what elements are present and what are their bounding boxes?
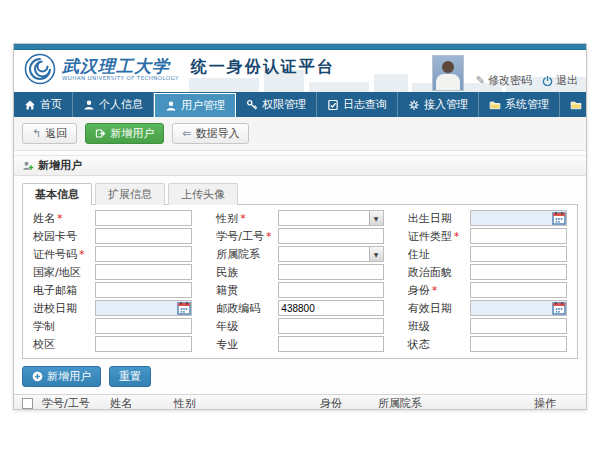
app-window: 武汉理工大学 WUHAN UNIVERSITY OF TECHNOLOGY 统一…	[13, 43, 587, 410]
tab-upload-avatar[interactable]: 上传头像	[168, 183, 238, 205]
nav-item-user-mgmt[interactable]: 用户管理	[154, 93, 236, 117]
field-label: 所属院系	[216, 247, 278, 262]
nav-item-subscribe-mgmt[interactable]: 订阅管理	[560, 92, 587, 117]
postal-code-field[interactable]	[278, 300, 383, 316]
chevron-down-icon[interactable]: ▼	[369, 211, 383, 225]
back-button[interactable]: ↰ 返回	[22, 123, 77, 144]
avatar[interactable]	[432, 55, 464, 91]
nav-item-access-mgmt[interactable]: 接入管理	[398, 92, 479, 117]
field-label: 班级	[408, 319, 470, 334]
tab-extended-info[interactable]: 扩展信息	[95, 183, 165, 205]
form-field-student-id: 学号/工号*	[216, 228, 383, 244]
grade-field[interactable]	[278, 318, 383, 334]
form-field-major: 专业	[216, 336, 383, 352]
id-number-field[interactable]	[95, 246, 192, 262]
class-field[interactable]	[470, 318, 567, 334]
field-label: 邮政编码	[216, 301, 278, 316]
table-column-header: 学号/工号	[40, 396, 108, 409]
chevron-down-icon[interactable]: ▼	[369, 247, 383, 261]
select-all-checkbox[interactable]	[22, 398, 33, 409]
user-icon	[165, 100, 177, 112]
form-field-name: 姓名*	[33, 210, 192, 226]
major-field[interactable]	[278, 336, 383, 352]
field-label: 国家/地区	[33, 265, 95, 280]
table-column-header: 操作	[532, 396, 586, 409]
nav-item-label: 个人信息	[99, 97, 143, 112]
add-user-submit-button[interactable]: 新增用户	[22, 366, 101, 387]
user-table-header: 学号/工号姓名性别身份所属院系操作	[14, 394, 586, 409]
nav-item-log-query[interactable]: 日志查询	[317, 92, 398, 117]
toolbar: ↰ 返回 新增用户 ⇐ 数据导入	[14, 117, 586, 151]
identity-field[interactable]	[470, 282, 567, 298]
nav-item-label: 用户管理	[181, 98, 225, 113]
calendar-icon[interactable]	[552, 301, 566, 315]
country-field[interactable]	[95, 264, 192, 280]
nav-item-home[interactable]: 首页	[14, 92, 73, 117]
nav-item-label: 接入管理	[424, 97, 468, 112]
form-field-identity: 身份*	[408, 282, 567, 298]
required-asterisk: *	[266, 230, 272, 243]
avatar-shirt	[436, 74, 460, 90]
field-label: 姓名*	[33, 211, 95, 226]
form-field-class: 班级	[408, 318, 567, 334]
calendar-icon[interactable]	[177, 301, 191, 315]
field-label: 住址	[408, 247, 470, 262]
nav-item-label: 日志查询	[343, 97, 387, 112]
tab-bar: 基本信息扩展信息上传头像	[14, 176, 586, 204]
address-field[interactable]	[470, 246, 567, 262]
native-place-field[interactable]	[278, 282, 383, 298]
form-field-status: 状态	[408, 336, 567, 352]
user-add-small-icon	[22, 160, 34, 172]
back-arrow-icon: ↰	[32, 127, 41, 140]
user-area: ✎ 修改密码 退出	[432, 55, 578, 91]
status-field[interactable]	[470, 336, 567, 352]
logout-link[interactable]: 退出	[542, 73, 578, 88]
plus-circle-icon	[32, 371, 43, 382]
field-label: 学制	[33, 319, 95, 334]
student-id-field[interactable]	[278, 228, 383, 244]
field-label: 证件类型*	[408, 229, 470, 244]
data-import-button[interactable]: ⇐ 数据导入	[172, 123, 249, 144]
form-field-enroll-date: 进校日期	[33, 300, 192, 316]
campus-card-field[interactable]	[95, 228, 192, 244]
form-field-email: 电子邮箱	[33, 282, 192, 298]
field-label: 有效日期	[408, 301, 470, 316]
change-password-link[interactable]: ✎ 修改密码	[476, 73, 532, 88]
field-label: 电子邮箱	[33, 283, 95, 298]
calendar-icon[interactable]	[552, 211, 566, 225]
nav-item-system-mgmt[interactable]: 系统管理	[479, 92, 560, 117]
university-name-block: 武汉理工大学 WUHAN UNIVERSITY OF TECHNOLOGY	[62, 57, 179, 81]
field-label: 校区	[33, 337, 95, 352]
import-arrow-icon: ⇐	[182, 127, 191, 140]
form-field-birth-date: 出生日期	[408, 210, 567, 226]
power-icon	[542, 75, 553, 86]
page: 武汉理工大学 WUHAN UNIVERSITY OF TECHNOLOGY 统一…	[0, 0, 600, 450]
political-status-field[interactable]	[470, 264, 567, 280]
avatar-head	[442, 61, 454, 73]
ethnicity-field[interactable]	[278, 264, 383, 280]
schooling-length-field[interactable]	[95, 318, 192, 334]
nav-item-label: 系统管理	[505, 97, 549, 112]
email-field[interactable]	[95, 282, 192, 298]
nav-item-perm-mgmt[interactable]: 权限管理	[236, 92, 317, 117]
form-field-department: 所属院系▼	[216, 246, 383, 262]
campus-field[interactable]	[95, 336, 192, 352]
name-field[interactable]	[95, 210, 192, 226]
form-field-postal-code: 邮政编码	[216, 300, 383, 316]
form-field-id-type: 证件类型*	[408, 228, 567, 244]
reset-button[interactable]: 重置	[109, 366, 151, 387]
section-title: 新增用户	[38, 158, 82, 173]
add-user-toolbar-button[interactable]: 新增用户	[85, 123, 164, 144]
field-label: 专业	[216, 337, 278, 352]
field-label: 进校日期	[33, 301, 95, 316]
form-field-grade: 年级	[216, 318, 383, 334]
platform-title: 统一身份认证平台	[191, 57, 335, 78]
tab-basic-info[interactable]: 基本信息	[22, 183, 92, 205]
form-grid: 姓名*性别*▼出生日期校园卡号学号/工号*证件类型*证件号码*所属院系▼住址国家…	[33, 210, 567, 352]
nav-item-profile[interactable]: 个人信息	[73, 92, 154, 117]
form-actions: 新增用户 重置	[14, 359, 586, 394]
field-label: 民族	[216, 265, 278, 280]
form-field-valid-date: 有效日期	[408, 300, 567, 316]
new-user-form: 姓名*性别*▼出生日期校园卡号学号/工号*证件类型*证件号码*所属院系▼住址国家…	[22, 204, 578, 359]
id-type-field[interactable]	[470, 228, 567, 244]
